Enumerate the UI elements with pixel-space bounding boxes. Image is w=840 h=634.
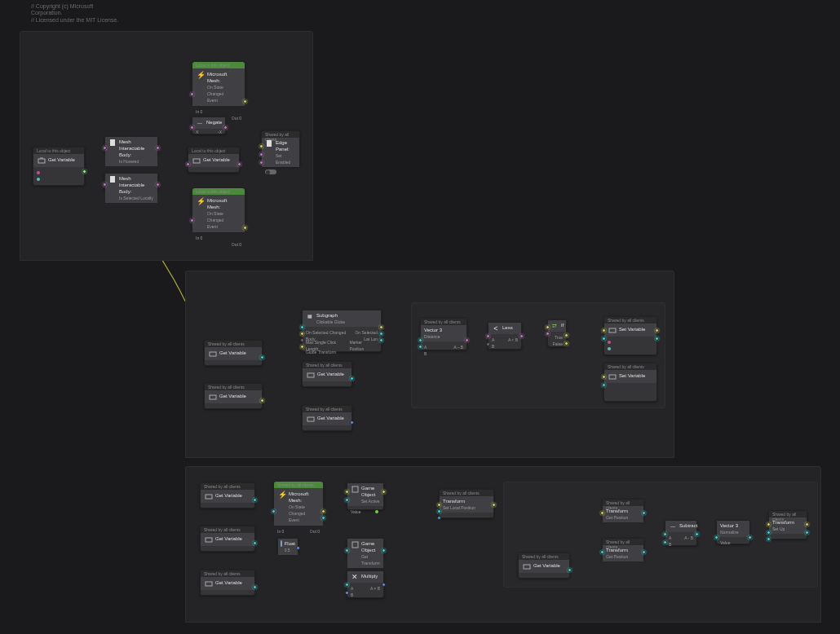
copyright-text: // Copyright (c) Microsoft Corporation. … — [31, 3, 118, 24]
node-set-enabled[interactable]: Shared by all clients Edge Panel:Set Ena… — [261, 130, 300, 166]
node-on-state-changed-3[interactable]: Shared by all clients ⚡Microsoft Mesh:On… — [273, 481, 324, 520]
variable-icon — [205, 579, 213, 588]
node-scope-label: Shared by all clients — [303, 362, 351, 368]
svg-rect-8 — [307, 417, 314, 421]
node-negate[interactable]: —Negate X-X — [192, 117, 226, 134]
node-normalize[interactable]: Vector 3Normalize Value — [716, 520, 750, 544]
node-scope-label: Local to this object — [192, 188, 245, 195]
less-icon: < — [492, 324, 500, 332]
node-set-local-position[interactable]: Shared by all clients TransformSet Local… — [439, 489, 494, 518]
bolt-icon: ⚡ — [197, 197, 205, 205]
variable-icon — [205, 535, 213, 544]
doc-icon — [108, 139, 117, 147]
svg-rect-16 — [524, 565, 530, 569]
node-get-position-2[interactable]: Shared by all clients TransformGet Posit… — [602, 538, 644, 559]
node-is-selected[interactable]: Mesh Interactable Body:Is Selected Local… — [104, 173, 158, 191]
variable-icon — [209, 393, 217, 401]
variable-icon — [307, 371, 315, 379]
svg-rect-9 — [609, 328, 616, 332]
svg-rect-11 — [206, 495, 212, 499]
svg-rect-4 — [267, 140, 272, 147]
node-get-variable-7[interactable]: Shared by all clients Get Variable — [200, 482, 255, 509]
node-scope-label: Shared by all clients — [603, 500, 643, 506]
node-get-transform[interactable]: Game ObjectGet Transform — [347, 538, 384, 557]
node-multiply[interactable]: ✕Multiply AA × BB — [347, 570, 384, 598]
node-scope-label: Shared by all clients — [519, 553, 569, 560]
svg-rect-7 — [307, 373, 314, 377]
multiply-icon: ✕ — [351, 573, 359, 581]
node-get-variable-5[interactable]: Shared by all clients Get Variable — [302, 361, 352, 387]
variable-icon — [608, 372, 617, 381]
node-get-variable-8[interactable]: Shared by all clients Get Variable — [200, 526, 255, 552]
node-scope-label: Shared by all clients — [262, 131, 299, 138]
branch-icon: ⮂ — [550, 322, 559, 330]
svg-rect-6 — [210, 395, 216, 399]
node-get-position-1[interactable]: Shared by all clients TransformGet Posit… — [602, 499, 644, 520]
node-scope-label: Shared by all clients — [201, 526, 254, 533]
svg-rect-12 — [206, 538, 212, 542]
node-set-variable-2[interactable]: Shared by all clients Set Variable — [603, 363, 657, 402]
node-get-variable-3[interactable]: Shared by all clients Get Variable — [204, 340, 263, 366]
svg-rect-13 — [206, 582, 212, 586]
node-scope-label: Local to this object — [192, 62, 245, 68]
svg-rect-0 — [38, 159, 45, 163]
node-scope-label: Shared by all clients — [274, 482, 323, 488]
cube-icon — [351, 540, 359, 548]
node-scope-label: Shared by all clients — [421, 319, 466, 325]
minus-icon: — — [669, 522, 677, 531]
variable-icon — [608, 326, 617, 334]
node-scope-label: Shared by all clients — [440, 490, 493, 496]
node-float[interactable]: Float0.5 — [277, 538, 298, 553]
subgraph-icon: ▦ — [306, 312, 314, 320]
svg-rect-14 — [352, 487, 358, 492]
node-if[interactable]: ⮂If TrueFalse — [547, 319, 567, 347]
node-on-state-changed-2[interactable]: Local to this object ⚡Microsoft Mesh:On … — [192, 187, 245, 230]
node-clickable-globe[interactable]: ▦SubgraphClickable Globe On Selected Cha… — [302, 310, 382, 352]
node-scope-label: Shared by all clients — [603, 539, 643, 545]
svg-rect-5 — [210, 352, 216, 356]
svg-rect-3 — [193, 159, 200, 163]
node-distance[interactable]: Shared by all clients Vector 3Distance A… — [420, 318, 467, 350]
variable-icon — [205, 492, 213, 500]
doc-icon — [265, 139, 273, 147]
node-get-variable-2[interactable]: Local to this object Get Variable — [188, 147, 240, 173]
svg-rect-1 — [110, 139, 115, 146]
bolt-icon: ⚡ — [278, 491, 286, 499]
float-icon — [281, 540, 282, 547]
svg-rect-10 — [609, 375, 616, 379]
node-subtract[interactable]: —Subtract AA - BB — [665, 520, 697, 546]
svg-rect-15 — [352, 542, 358, 548]
node-scope-label: Shared by all clients — [205, 341, 262, 347]
node-scope-label: Shared by all clients — [303, 406, 351, 412]
node-scope-label: Shared by all clients — [205, 384, 262, 390]
node-get-variable-4[interactable]: Shared by all clients Get Variable — [204, 383, 263, 409]
variable-icon — [523, 562, 531, 570]
node-less[interactable]: <Less AA < BB — [488, 322, 522, 350]
node-get-variable-9[interactable]: Shared by all clients Get Variable — [200, 570, 255, 596]
bolt-icon: ⚡ — [197, 71, 205, 79]
node-scope-label: Local to this object — [33, 147, 84, 154]
node-scope-label: Shared by all clients — [604, 317, 657, 324]
minus-icon: — — [196, 119, 204, 127]
node-scope-label: Local to this object — [188, 147, 239, 154]
cube-icon — [351, 485, 359, 493]
variable-icon — [192, 156, 201, 165]
node-scope-label: Shared by all clients — [201, 570, 254, 577]
node-set-active[interactable]: Game ObjectSet Active Value — [347, 482, 384, 510]
node-set-variable-1[interactable]: Shared by all clients Set Variable — [603, 316, 657, 355]
variable-icon — [307, 415, 315, 423]
node-scope-label: Shared by all clients — [604, 363, 657, 370]
node-is-hovered[interactable]: Mesh Interactable Body:Is Hovered — [104, 136, 158, 154]
node-on-state-changed-1[interactable]: Local to this object ⚡Microsoft Mesh:On … — [192, 61, 245, 103]
toggle-switch[interactable] — [265, 170, 276, 174]
node-scope-label: Shared by all clients — [769, 511, 807, 517]
variable-icon — [38, 156, 46, 165]
node-get-variable-6[interactable]: Shared by all clients Get Variable — [302, 405, 352, 431]
node-get-variable-1[interactable]: Local to this object Get Variable — [33, 147, 85, 186]
node-set-up[interactable]: Shared by all clients TransformSet Up — [768, 510, 807, 539]
svg-rect-2 — [110, 176, 115, 183]
node-get-variable-10[interactable]: Shared by all clients Get Variable — [518, 553, 570, 579]
doc-icon — [108, 175, 117, 183]
variable-icon — [209, 350, 217, 358]
node-scope-label: Shared by all clients — [201, 483, 254, 490]
